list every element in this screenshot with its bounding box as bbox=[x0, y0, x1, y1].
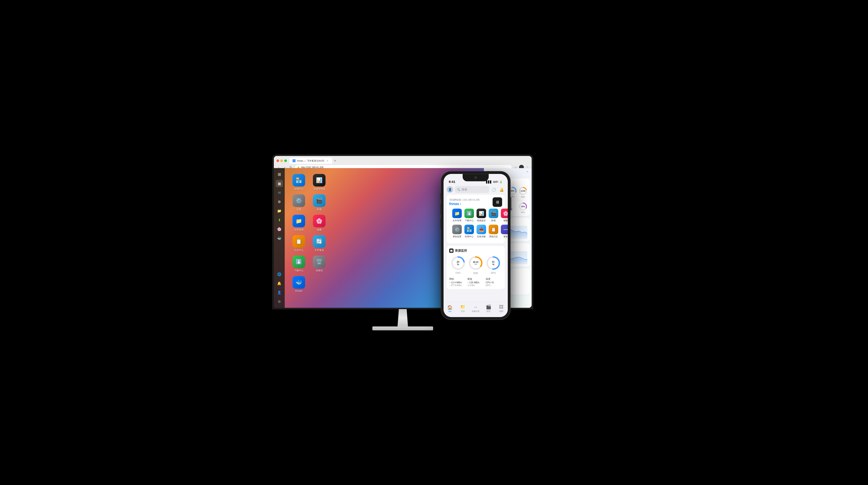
phone-app-label-file-mgr: 文件管理 bbox=[453, 219, 461, 222]
nas-card-header: 局域网链接 | 192.168.41.205 fnnas › 🖥 bbox=[449, 197, 502, 207]
nas-name-row: fnnas › bbox=[449, 201, 479, 206]
sidebar-icon-settings[interactable]: ⚙ bbox=[276, 198, 283, 205]
phone-gpu-gauge: 51% GPU bbox=[486, 256, 501, 275]
new-tab-button[interactable]: + bbox=[333, 159, 337, 163]
phone-app-label-settings: 系统设置 bbox=[453, 235, 461, 238]
phone-app-download[interactable]: ⬇️ 下载中心 bbox=[464, 209, 474, 222]
gpu-label: GPU bbox=[521, 211, 525, 214]
phone-app-photos[interactable]: 🌸 相册 bbox=[501, 209, 508, 222]
volume-down-button[interactable] bbox=[440, 218, 441, 229]
app-item-file-backup[interactable]: 🔄 文件备份 bbox=[309, 234, 329, 253]
tab-close-button[interactable]: ✕ bbox=[326, 159, 329, 162]
phone-app-label-store: 应用中心 bbox=[465, 235, 473, 238]
phone-bottom-nav: 🏠 FN 📁 文件 ↔ 传输任务 🎬 影院 bbox=[443, 301, 508, 317]
search-placeholder: 搜索 bbox=[462, 188, 467, 192]
disk-read-value: ↑ 126 MB/s bbox=[467, 281, 484, 284]
cinema-icon: 🎬 bbox=[486, 304, 491, 310]
sidebar-icon-bell[interactable]: 🔔 bbox=[276, 280, 283, 287]
imac-base bbox=[372, 326, 433, 330]
app-label-log-center: 日志中心 bbox=[294, 249, 304, 252]
transfer-icon: ↔ bbox=[473, 304, 478, 309]
phone-app-movies[interactable]: 🎬 影视 bbox=[489, 209, 498, 222]
phone-content: 👤 🔍 搜索 🕐 🔔 bbox=[443, 184, 508, 301]
transfer-label: 传输任务 bbox=[472, 310, 479, 313]
app-icon-app-center: 🏪 bbox=[292, 174, 305, 187]
minimize-button[interactable] bbox=[280, 159, 283, 162]
browser-tab[interactable]: fnnas — 飞牛私有云fnOS ✕ bbox=[289, 158, 332, 164]
phone-app-icon-transfer: 📤 bbox=[476, 225, 486, 234]
sidebar-icon-grid[interactable]: ▦ bbox=[276, 180, 283, 187]
mem-label-val: 333MB bbox=[519, 187, 527, 195]
bell-icon[interactable]: 🔔 bbox=[499, 187, 505, 193]
app-item-download[interactable]: ⬇️ 下载中心 bbox=[289, 254, 309, 273]
app-grid: 🏪 应用中心 📊 资源管理器 ⚙️ 设置 bbox=[285, 168, 333, 308]
gpu-pct-label: 33% bbox=[519, 202, 527, 211]
app-icon-movies: 🎬 bbox=[313, 194, 326, 207]
sidebar-icon-user[interactable]: 👤 bbox=[276, 289, 283, 296]
phone-app-label-more: 更多 bbox=[503, 235, 508, 238]
volume-up-button[interactable] bbox=[440, 204, 441, 215]
phone-app-icon-store: 🏪 bbox=[464, 225, 474, 234]
bottom-nav-fn[interactable]: 🏠 FN bbox=[443, 304, 456, 312]
bottom-nav-files[interactable]: 📁 文件 bbox=[456, 304, 469, 313]
app-item-movies[interactable]: 🎬 影视 bbox=[309, 193, 329, 212]
app-icon-file-mgr: 📁 bbox=[292, 215, 305, 227]
app-label-file-backup: 文件备份 bbox=[314, 249, 324, 252]
phone-app-resource-monitor[interactable]: 📊 资源监控 bbox=[476, 209, 486, 222]
sidebar-icon-photos[interactable]: 🌸 bbox=[276, 225, 283, 233]
gpu-gauge-circle: 33% bbox=[519, 202, 527, 211]
home-icon: 🏠 bbox=[447, 304, 453, 310]
mem-gauge: 333MB 内存 bbox=[519, 187, 527, 198]
phone-app-icon-download: ⬇️ bbox=[464, 209, 474, 218]
app-item-resource-mgr[interactable]: 📊 资源管理器 bbox=[309, 172, 329, 192]
sidebar-icon-apps[interactable]: ⊞ bbox=[276, 171, 283, 178]
sidebar-icon-docker[interactable]: 🐳 bbox=[276, 234, 283, 242]
nas-name[interactable]: fnnas bbox=[449, 201, 459, 206]
phone-app-label-movies: 影视 bbox=[491, 219, 496, 222]
app-item-app-center[interactable]: 🏪 应用中心 bbox=[289, 172, 309, 192]
iphone-body: 9:41 ▋▋▋ WiFi 🔋 👤 🔍 搜索 bbox=[441, 171, 510, 320]
phone-app-icon-movies: 🎬 bbox=[489, 209, 498, 218]
user-avatar[interactable]: 👤 bbox=[446, 186, 453, 193]
close-button[interactable] bbox=[276, 159, 279, 162]
nas-network-label: 局域网链接 | 192.168.41.205 bbox=[449, 198, 479, 201]
app-label-download: 下载中心 bbox=[294, 269, 304, 272]
clock-icon[interactable]: 🕐 bbox=[491, 187, 497, 193]
sidebar-icon-mail[interactable]: ✉ bbox=[276, 189, 283, 196]
iphone-screen: 9:41 ▋▋▋ WiFi 🔋 👤 🔍 搜索 bbox=[443, 174, 508, 317]
imac-stand bbox=[396, 309, 409, 326]
app-item-photos[interactable]: 🌸 相册 bbox=[309, 213, 329, 233]
search-box[interactable]: 🔍 搜索 bbox=[455, 186, 489, 193]
app-item-recycle[interactable]: 🗑️ 回收站 bbox=[309, 254, 329, 273]
app-item-log-center[interactable]: 📋 日志中心 bbox=[289, 234, 309, 253]
phone-app-file-mgr[interactable]: 📁 文件管理 bbox=[452, 209, 462, 222]
files-label: 文件 bbox=[461, 310, 465, 313]
sidebar-icon-globe[interactable]: 🌐 bbox=[276, 270, 283, 278]
maximize-button[interactable] bbox=[284, 159, 287, 162]
app-label-docker: Docker bbox=[295, 290, 303, 292]
disk-write-value: ⊙ 0 B/s bbox=[467, 284, 484, 287]
power-button[interactable] bbox=[510, 197, 511, 211]
sidebar-icon-folder[interactable]: 📁 bbox=[276, 207, 283, 215]
app-item-docker[interactable]: 🐳 Docker bbox=[289, 274, 309, 294]
phone-mem-circle: 26.15 GB bbox=[468, 256, 483, 271]
sidebar-icon-settings-bottom[interactable]: ⚙ bbox=[276, 298, 283, 305]
bottom-nav-cinema[interactable]: 🎬 影院 bbox=[482, 304, 495, 313]
phone-app-store[interactable]: 🏪 应用中心 bbox=[464, 225, 474, 238]
phone-app-more[interactable]: ··· 更多 bbox=[501, 225, 508, 238]
phone-app-transfer[interactable]: 📤 任务传输 bbox=[476, 225, 486, 238]
silent-button[interactable] bbox=[440, 193, 441, 199]
widget-collapse-button[interactable]: ⌃ bbox=[526, 171, 529, 174]
bottom-nav-transfer[interactable]: ↔ 传输任务 bbox=[469, 304, 482, 313]
phone-app-icon-photos: 🌸 bbox=[501, 209, 508, 218]
app-icon-settings: ⚙️ bbox=[292, 194, 305, 207]
app-item-settings[interactable]: ⚙️ 设置 bbox=[289, 193, 309, 212]
phone-search-bar: 👤 🔍 搜索 🕐 🔔 bbox=[443, 184, 508, 195]
search-icon: 🔍 bbox=[457, 188, 460, 191]
bottom-nav-album[interactable]: 🖼 相册 bbox=[495, 304, 508, 313]
phone-app-log[interactable]: 📋 系统日志 bbox=[489, 225, 498, 238]
phone-app-label-log: 系统日志 bbox=[489, 235, 498, 238]
phone-app-settings[interactable]: ⚙️ 系统设置 bbox=[452, 225, 462, 238]
sidebar-icon-download[interactable]: ⬇ bbox=[276, 216, 283, 224]
app-item-file-mgr[interactable]: 📁 文件管理 bbox=[289, 213, 309, 233]
